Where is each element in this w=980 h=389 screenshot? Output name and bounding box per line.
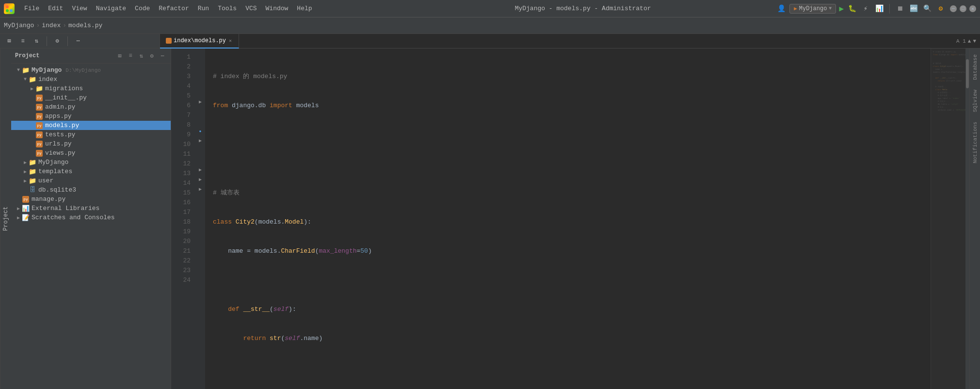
top-right-toolbar: 👤 ▶ MyDjango ▼ ▶ 🐛 ⚡ 📊 ⏹ 🔤 🔍 ⚙	[776, 3, 946, 14]
down-arrow[interactable]: ▼	[973, 38, 976, 44]
menu-vcs[interactable]: VCS	[241, 3, 260, 14]
code-content[interactable]: # index 的 models.py from django.db impor…	[205, 49, 931, 389]
breadcrumb-models[interactable]: models.py	[68, 22, 102, 29]
project-sidebar: Project ⊞ ≡ ⇅ ⚙ ⋯ ▼ 📁 MyDjango D:\MyDjan…	[11, 49, 171, 389]
tree-views-py[interactable]: py views.py	[11, 148, 171, 158]
tree-index[interactable]: ▼ 📁 index	[11, 75, 171, 84]
tree-manage-py[interactable]: py manage.py	[11, 194, 171, 204]
sidebar-overflow[interactable]: ⋯	[73, 36, 83, 47]
menu-code[interactable]: Code	[131, 3, 154, 14]
gutter-4	[195, 78, 205, 87]
minimize-button[interactable]: —	[950, 5, 957, 12]
minimap[interactable]: # index 的 models.py from django.db impor…	[931, 49, 969, 389]
editor-gutter: ▶ ● ▶ ▶ ▶ ▶	[195, 49, 205, 389]
db-icon: 🗄	[29, 187, 36, 194]
tree-migrations[interactable]: ▶ 📁 migrations	[11, 84, 171, 93]
tests-py-icon: py	[35, 131, 43, 138]
ln-18: 18	[171, 217, 195, 227]
menu-refactor[interactable]: Refactor	[155, 3, 193, 14]
settings-button[interactable]: ⚙	[935, 3, 946, 14]
menu-edit[interactable]: Edit	[44, 3, 67, 14]
gutter-18	[195, 213, 205, 223]
sidebar-icon-expand[interactable]: ⊞	[4, 36, 15, 47]
menu-run[interactable]: Run	[194, 3, 213, 14]
mydjango-folder-arrow: ▶	[22, 159, 29, 166]
ln-4: 4	[171, 81, 195, 91]
sidebar-icon-collapse[interactable]: ≡	[17, 36, 28, 47]
database-panel-btn[interactable]: Database	[971, 50, 980, 84]
index-label: index	[38, 76, 57, 83]
scroll-thumb[interactable]	[966, 59, 969, 88]
project-tree: ▼ 📁 MyDjango D:\MyDjango ▼ 📁 index ▶ 📁 m…	[11, 64, 171, 389]
breadcrumb-mydjango[interactable]: MyDjango	[4, 22, 34, 29]
breadcrumb-index[interactable]: index	[42, 22, 61, 29]
urls-py-label: urls.py	[45, 140, 72, 147]
gutter-8	[195, 116, 205, 126]
run-config[interactable]: ▶ MyDjango ▼	[789, 4, 836, 14]
tab-close-btn[interactable]: ✕	[228, 37, 233, 44]
gutter-21	[195, 243, 205, 252]
ext-libs-label: External Libraries	[32, 205, 99, 212]
sidebar-sort[interactable]: ⇅	[137, 51, 145, 60]
tree-tests-py[interactable]: py tests.py	[11, 130, 171, 139]
tree-root[interactable]: ▼ 📁 MyDjango D:\MyDjango	[11, 65, 171, 75]
tree-templates[interactable]: ▶ 📁 templates	[11, 167, 171, 176]
tree-urls-py[interactable]: py urls.py	[11, 139, 171, 148]
menu-window[interactable]: Window	[262, 3, 292, 14]
admin-py-icon: py	[35, 104, 43, 111]
debug-button[interactable]: 🐛	[847, 3, 857, 14]
ln-7: 7	[171, 111, 195, 120]
sidebar-header: Project ⊞ ≡ ⇅ ⚙ ⋯	[11, 49, 171, 64]
coverage-button[interactable]: ⚡	[860, 3, 871, 14]
tree-init-py[interactable]: py __init__.py	[11, 93, 171, 102]
run-button[interactable]: ▶	[839, 4, 844, 14]
editor-scrollbar[interactable]	[965, 49, 969, 389]
code-editor[interactable]: 1 2 3 4 5 6 7 8 9 10 11 12 13 14 15 16 1…	[171, 49, 969, 389]
toolbar-separator	[889, 4, 890, 14]
sqliewer-panel-btn[interactable]: SQlview	[971, 86, 980, 116]
tree-admin-py[interactable]: py admin.py	[11, 102, 171, 112]
tree-user[interactable]: ▶ 📁 user	[11, 176, 171, 185]
sidebar-expand-all[interactable]: ⊞	[115, 51, 124, 60]
menu-navigate[interactable]: Navigate	[92, 3, 130, 14]
menu-tools[interactable]: Tools	[214, 3, 241, 14]
right-panel-bar: Database SQlview Notifications	[969, 49, 980, 389]
menu-help[interactable]: Help	[293, 3, 316, 14]
tree-apps-py[interactable]: py apps.py	[11, 112, 171, 121]
close-button[interactable]: ✕	[969, 5, 976, 12]
sidebar-settings[interactable]: ⚙	[52, 36, 63, 47]
user-icon[interactable]: 👤	[776, 3, 787, 14]
translate-button[interactable]: 🔤	[908, 3, 919, 14]
tab-models-py[interactable]: index\models.py ✕	[160, 34, 239, 49]
profile-button[interactable]: 📊	[874, 3, 884, 14]
maximize-button[interactable]: □	[960, 5, 966, 12]
gutter-10: ▶	[195, 136, 205, 146]
menu-view[interactable]: View	[68, 3, 91, 14]
tree-mydjango-folder[interactable]: ▶ 📁 MyDjango	[11, 158, 171, 167]
up-arrow[interactable]: ▲	[968, 38, 971, 44]
svg-point-2	[6, 9, 9, 12]
search-everywhere-button[interactable]: 🔍	[922, 3, 932, 14]
window-title: MyDjango - models.py - Administrator	[390, 5, 776, 12]
code-line-4	[213, 159, 923, 169]
code-line-1: # index 的 models.py	[213, 72, 923, 81]
user-folder-icon: 📁	[29, 178, 36, 184]
admin-py-label: admin.py	[45, 103, 75, 111]
sidebar-settings-icon[interactable]: ⚙	[147, 51, 156, 60]
project-panel-label[interactable]: Project	[0, 49, 11, 389]
tree-db-sqlite3[interactable]: 🗄 db.sqlite3	[11, 185, 171, 194]
sidebar-more[interactable]: ⋯	[158, 51, 167, 60]
tree-external-libs[interactable]: ▶ 📊 External Libraries	[11, 204, 171, 213]
ext-libs-icon: 📊	[22, 205, 30, 212]
notifications-panel-btn[interactable]: Notifications	[971, 118, 980, 167]
gutter-23	[195, 262, 205, 272]
sidebar-collapse-all[interactable]: ≡	[126, 51, 135, 60]
title-bar-right: 👤 ▶ MyDjango ▼ ▶ 🐛 ⚡ 📊 ⏹ 🔤 🔍 ⚙ — □ ✕	[776, 3, 976, 14]
tree-scratches[interactable]: ▶ 📝 Scratches and Consoles	[11, 213, 171, 222]
menu-file[interactable]: File	[20, 3, 43, 14]
sidebar-icon-sort[interactable]: ⇅	[31, 36, 42, 47]
tree-models-py[interactable]: py models.py	[11, 121, 171, 130]
stop-button[interactable]: ⏹	[895, 3, 905, 14]
breadcrumb-sep-1: ›	[36, 22, 40, 29]
sidebar-header-icons: ⊞ ≡ ⇅ ⚙ ⋯	[115, 51, 167, 60]
